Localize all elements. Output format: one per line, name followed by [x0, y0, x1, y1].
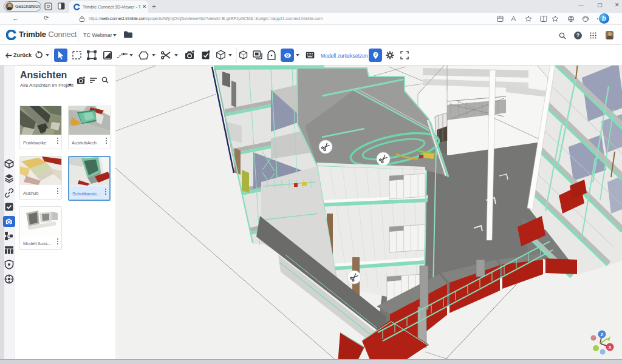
- svg-text:X: X: [609, 345, 612, 349]
- svg-text:Z: Z: [601, 332, 604, 337]
- svg-text:?: ?: [375, 52, 377, 56]
